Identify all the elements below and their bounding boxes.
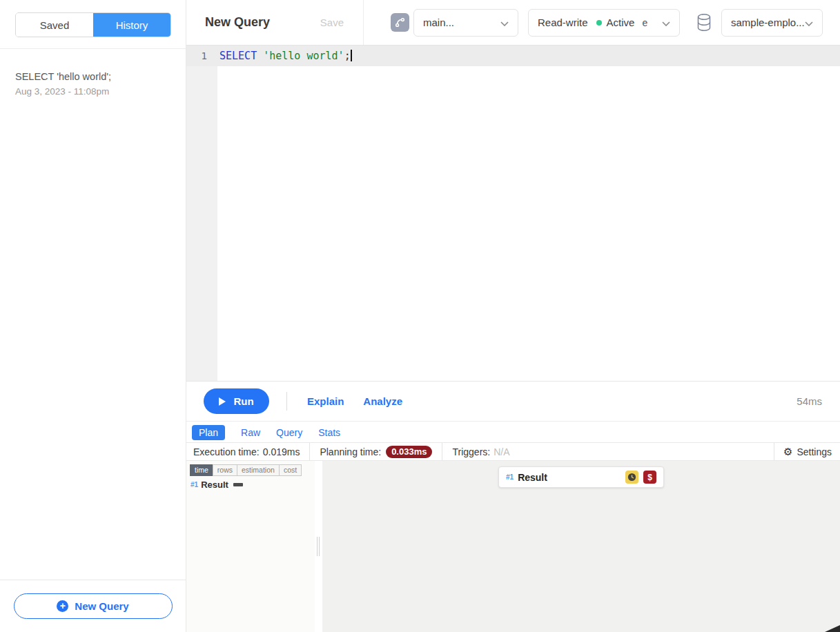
text-cursor (351, 50, 352, 61)
triggers-value: N/A (494, 446, 509, 457)
database-select[interactable]: sample-emplo... (721, 9, 823, 37)
triggers-label: Triggers: (452, 446, 490, 457)
sql-string: 'hello world' (263, 50, 344, 62)
execution-time-label: Execution time: (193, 446, 260, 457)
plan-diagram-node[interactable]: #1 Result $ (498, 466, 664, 488)
page-title: New Query (205, 15, 270, 30)
plus-icon: + (57, 600, 68, 612)
tab-saved[interactable]: Saved (16, 13, 93, 37)
run-button[interactable]: Run (204, 388, 269, 414)
plan-diagram[interactable]: #1 Result $ (322, 461, 840, 632)
tab-history[interactable]: History (93, 13, 170, 37)
sql-editor-app: Saved History SELECT 'hello world'; Aug … (0, 0, 840, 632)
history-item-query: SELECT 'hello world'; (15, 71, 175, 82)
execution-time-value: 0.019ms (263, 446, 300, 457)
clock-icon (625, 471, 638, 484)
tab-plan[interactable]: Plan (192, 425, 225, 440)
analyze-button[interactable]: Analyze (363, 395, 402, 407)
connection-select[interactable]: Read-write Active e (528, 9, 680, 37)
sidebar: Saved History SELECT 'hello world'; Aug … (0, 0, 186, 632)
history-item[interactable]: SELECT 'hello world'; Aug 3, 2023 - 11:0… (0, 49, 186, 103)
sidebar-tab-switcher: Saved History (15, 12, 171, 37)
planning-time-badge: 0.033ms (386, 446, 432, 458)
node-name: Result (201, 480, 228, 490)
node-badges: $ (625, 471, 656, 484)
tab-raw[interactable]: Raw (241, 427, 260, 438)
metric-column-rows[interactable]: rows (213, 464, 237, 476)
result-tabs: Plan Raw Query Stats (186, 422, 840, 442)
database-icon (696, 13, 712, 32)
node-id: #1 (506, 473, 514, 481)
panel-resizer[interactable] (315, 461, 322, 632)
metric-column-time[interactable]: time (190, 464, 213, 476)
line-number: 1 (186, 46, 217, 66)
node-id: #1 (191, 481, 198, 488)
new-query-label: New Query (75, 600, 128, 612)
branch-select-value: main... (423, 17, 454, 28)
metric-column-estimation[interactable]: estimation (237, 464, 280, 476)
plan-settings-button[interactable]: ⚙ Settings (774, 443, 840, 460)
git-branch-icon (391, 13, 409, 32)
sql-editor[interactable]: 1 SELECT 'hello world'; (186, 46, 840, 381)
save-button[interactable]: Save (320, 17, 344, 28)
code-line[interactable]: SELECT 'hello world'; (219, 46, 352, 66)
chevron-down-icon (662, 17, 670, 28)
query-duration: 54ms (797, 395, 822, 407)
explain-button[interactable]: Explain (307, 395, 344, 407)
branch-select[interactable]: main... (413, 9, 518, 37)
run-toolbar: Run Explain Analyze 54ms (186, 381, 840, 422)
duration-bar (233, 483, 243, 486)
sidebar-footer: + New Query (0, 580, 186, 632)
play-icon (219, 397, 226, 406)
status-dot-icon (596, 20, 602, 26)
plan-view: time rows estimation cost #1 Result #1 R… (186, 461, 840, 632)
connection-bar: main... Read-write Active e (364, 0, 840, 45)
history-item-timestamp: Aug 3, 2023 - 11:08pm (15, 86, 175, 97)
sql-punctuation: ; (344, 50, 351, 62)
planning-time-label: Planning time: (320, 446, 381, 457)
tab-query[interactable]: Query (276, 427, 302, 438)
gear-icon: ⚙ (783, 446, 792, 458)
plan-metric-columns: time rows estimation cost (190, 464, 302, 476)
tab-stats[interactable]: Stats (318, 427, 340, 438)
plan-node-list: time rows estimation cost #1 Result (186, 461, 315, 632)
settings-label: Settings (797, 446, 832, 457)
resize-grip-icon[interactable] (825, 625, 840, 632)
chevron-down-icon (805, 17, 813, 28)
database-select-value: sample-emplo... (731, 17, 805, 28)
node-name: Result (518, 472, 547, 483)
resizer-grip-icon (317, 537, 320, 556)
toolbar-divider (286, 392, 287, 411)
plan-node-row[interactable]: #1 Result (191, 480, 243, 490)
main-area: New Query Save main... Read-wr (186, 0, 840, 632)
chevron-down-icon (500, 17, 509, 28)
metric-column-cost[interactable]: cost (279, 464, 302, 476)
connection-suffix: e (642, 17, 647, 28)
planning-time-stat: Planning time: 0.033ms (310, 443, 442, 460)
plan-stats-bar: Execution time: 0.019ms Planning time: 0… (186, 442, 840, 461)
triggers-stat: Triggers: N/A (442, 443, 519, 460)
connection-status: Active (607, 17, 635, 28)
new-query-button[interactable]: + New Query (14, 593, 173, 619)
sql-keyword: SELECT (219, 50, 263, 62)
editor-gutter (186, 46, 217, 381)
connection-mode: Read-write (538, 17, 588, 28)
execution-time-stat: Execution time: 0.019ms (186, 443, 310, 460)
run-label: Run (233, 395, 253, 407)
query-title-bar: New Query Save (186, 0, 364, 45)
header: New Query Save main... Read-wr (186, 0, 840, 46)
history-list: SELECT 'hello world'; Aug 3, 2023 - 11:0… (0, 49, 186, 103)
cost-icon: $ (643, 471, 656, 484)
